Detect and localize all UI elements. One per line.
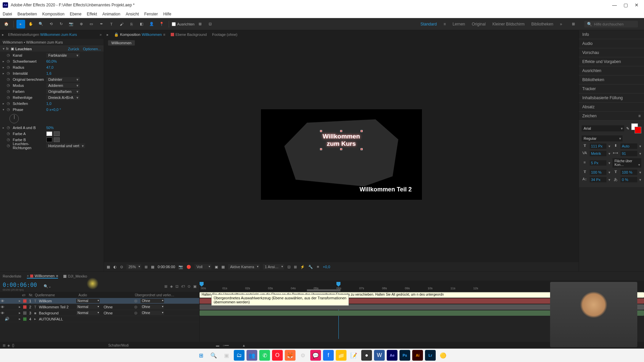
snap-icon[interactable]: ⊞ xyxy=(196,20,205,28)
text-tool[interactable]: T xyxy=(107,20,116,28)
eraser-tool[interactable]: ◧ xyxy=(137,20,146,28)
visibility-toggle[interactable]: 👁 xyxy=(0,311,5,315)
pickwhip-icon[interactable]: ◎ xyxy=(131,311,141,315)
reihen-dropdown[interactable]: Dreieck A>B>A xyxy=(46,95,80,100)
work-area-start[interactable] xyxy=(200,282,204,287)
stopwatch-icon[interactable] xyxy=(7,83,11,88)
tab-dji[interactable]: DJI_Mexiko xyxy=(63,274,87,278)
schleifen-value[interactable]: 1,0 xyxy=(46,102,51,106)
stopwatch-icon[interactable] xyxy=(7,107,11,112)
vc-toggle-icon[interactable]: ◐ xyxy=(113,265,117,269)
rotate-tool[interactable]: ↻ xyxy=(57,20,65,28)
blend-mode-dropdown[interactable]: Normal xyxy=(76,311,100,315)
track-matte-dropdown[interactable]: Ohne xyxy=(104,311,113,315)
col-header-parent[interactable]: Übergeordnet und verkn… xyxy=(133,293,176,297)
parent-dropdown[interactable]: Ohne xyxy=(141,299,164,303)
eyedropper-b-icon[interactable] xyxy=(54,137,60,142)
menu-datei[interactable]: Datei xyxy=(3,12,12,16)
tl-sb-icon1[interactable]: ⊞ xyxy=(3,344,5,347)
minimize-button[interactable]: ― xyxy=(612,2,617,8)
leading-input[interactable]: Auto xyxy=(621,143,637,149)
vc-snapshot-icon[interactable]: 📷 xyxy=(178,265,183,269)
tracking-input[interactable] xyxy=(621,151,637,156)
tl-tool-5[interactable]: ⊙ xyxy=(187,284,191,289)
layer-color-label[interactable] xyxy=(23,299,26,303)
help-search-input[interactable] xyxy=(594,22,634,26)
orbit-tool[interactable]: ⟲ xyxy=(47,20,55,28)
stopwatch-icon[interactable] xyxy=(7,137,11,142)
parent-dropdown[interactable]: Ohne xyxy=(141,311,164,315)
hand-tool[interactable]: ✋ xyxy=(26,20,35,28)
taskbar-explorer[interactable]: 🗂 xyxy=(234,350,245,361)
resolution-dropdown[interactable]: Voll xyxy=(195,264,211,269)
menu-effekt[interactable]: Effekt xyxy=(87,12,97,16)
taskbar-search[interactable]: 🔍 xyxy=(208,350,219,361)
taskbar-firefox[interactable]: 🦊 xyxy=(285,350,296,361)
stroke-width-input[interactable] xyxy=(590,160,606,166)
vc-channels-icon[interactable]: 🔴 xyxy=(186,265,191,269)
panel-inhalt[interactable]: Inhaltsbasierte Füllung xyxy=(579,94,644,103)
workspace-overflow[interactable]: » xyxy=(560,22,562,26)
original-dropdown[interactable]: Dahinter xyxy=(46,77,80,82)
visibility-toggle[interactable]: 👁 xyxy=(0,305,5,309)
current-time[interactable]: 0:00:06:00 xyxy=(158,265,175,269)
vc-icon[interactable]: ▦ xyxy=(107,265,110,269)
taskbar-ai[interactable]: Ai xyxy=(412,350,423,361)
layer-color-label[interactable] xyxy=(23,311,26,315)
comp-breadcrumb[interactable]: Willkommen xyxy=(108,40,135,46)
parent-dropdown[interactable]: Ohne xyxy=(141,305,164,309)
tab-willkommen[interactable]: × Willkommen ≡ xyxy=(27,274,58,279)
menu-fenster[interactable]: Fenster xyxy=(144,12,158,16)
workspace-kleiner[interactable]: Kleiner Bildschirm xyxy=(492,22,525,26)
taskbar-messenger[interactable]: 💬 xyxy=(310,350,321,361)
project-tab-icon[interactable]: ▸ xyxy=(2,33,4,37)
layer-color-label[interactable] xyxy=(23,317,26,321)
taskbar-misc[interactable]: 🟡 xyxy=(438,350,448,361)
start-button[interactable]: ⊞ xyxy=(196,350,206,361)
tl-tool-1[interactable]: ⊞ xyxy=(164,284,167,289)
stopwatch-icon[interactable] xyxy=(7,53,11,58)
vc-fast-icon[interactable]: ⚡ xyxy=(300,265,305,269)
workspace-original[interactable]: Original xyxy=(472,22,486,26)
vc-transparency-icon[interactable]: ▦ xyxy=(221,265,225,269)
stopwatch-icon[interactable] xyxy=(7,131,11,136)
zoom-in-icon[interactable]: ▲ xyxy=(242,344,246,347)
tl-sb-icon2[interactable]: ◈ xyxy=(7,344,10,347)
radius-value[interactable]: 47,0 xyxy=(46,65,53,69)
workspace-biblio[interactable]: Bibliotheken xyxy=(531,22,553,26)
blend-mode-dropdown[interactable]: Normal xyxy=(76,305,100,309)
selection-tool[interactable]: ▸ xyxy=(16,20,25,28)
anteil-value[interactable]: 50% xyxy=(46,126,54,130)
color-b-swatch[interactable] xyxy=(46,137,52,142)
menu-ansicht[interactable]: Ansicht xyxy=(126,12,139,16)
stopwatch-icon[interactable] xyxy=(7,89,11,94)
roto-tool[interactable]: 👤 xyxy=(147,20,156,28)
tab-renderliste[interactable]: Renderliste xyxy=(3,274,21,278)
menu-bearbeiten[interactable]: Bearbeiten xyxy=(17,12,37,16)
phase-value[interactable]: 0 x+0,0 ° xyxy=(46,108,61,112)
zoom-dropdown[interactable]: 25% xyxy=(126,264,141,269)
vc-guides-icon[interactable]: ▦ xyxy=(151,265,154,269)
tsume-input[interactable] xyxy=(621,177,637,182)
stopwatch-icon[interactable] xyxy=(7,59,11,64)
eyedropper-a-icon[interactable] xyxy=(54,131,60,136)
brush-tool[interactable]: 🖌 xyxy=(117,20,126,28)
modus-dropdown[interactable]: Addieren xyxy=(46,83,80,88)
help-search[interactable]: 🔍 xyxy=(584,21,638,27)
col-header-audio[interactable]: Audio xyxy=(77,293,133,297)
zoom-slider[interactable]: ○━━ xyxy=(223,344,229,347)
farben-dropdown[interactable]: Originalfarben xyxy=(46,89,80,94)
vc-exposure-icon[interactable]: ☀ xyxy=(316,265,320,269)
shape-tool[interactable]: ▭ xyxy=(87,20,96,28)
stroke-mode-dropdown[interactable]: Fläche über Kon… xyxy=(612,158,641,168)
playhead[interactable] xyxy=(336,282,340,287)
panel-ausrichten[interactable]: Ausrichten xyxy=(579,66,644,75)
stopwatch-icon[interactable] xyxy=(7,65,11,70)
snap2-icon[interactable]: ⊡ xyxy=(206,20,215,28)
stopwatch-icon[interactable] xyxy=(7,77,11,82)
panel-menu-icon[interactable]: ≡ xyxy=(638,114,641,118)
effect-header[interactable]: ▾ fx ▣ Leuchten Zurück Optionen... xyxy=(0,46,104,52)
composition-viewport[interactable]: Willkommenzum Kurs Willkommen Teil 2 xyxy=(104,47,579,262)
panel-menu-icon[interactable]: » xyxy=(100,33,102,37)
comp-nav-prev-icon[interactable]: ▸ xyxy=(107,33,109,37)
